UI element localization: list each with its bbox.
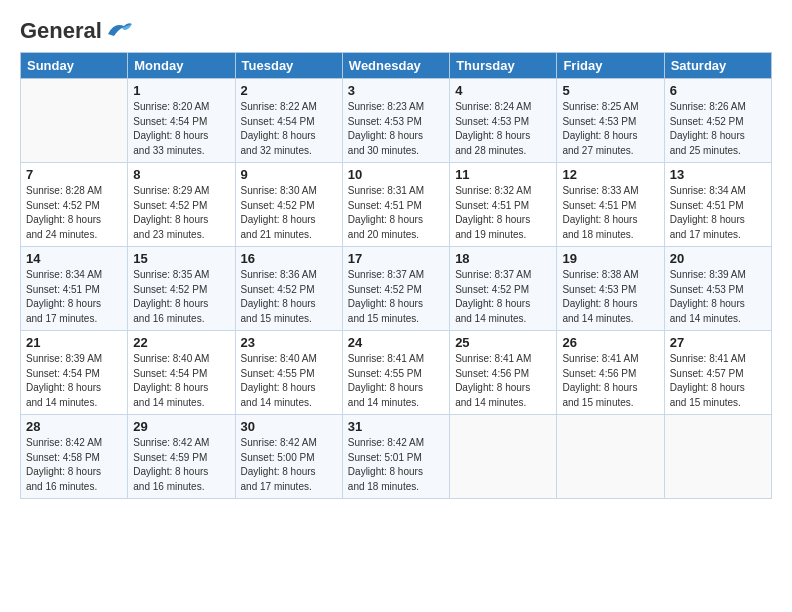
- day-detail: Sunrise: 8:42 AMSunset: 4:58 PMDaylight:…: [26, 436, 122, 494]
- day-header-friday: Friday: [557, 53, 664, 79]
- daylight-text-cont: and 15 minutes.: [241, 312, 337, 327]
- daylight-text-cont: and 17 minutes.: [26, 312, 122, 327]
- day-detail: Sunrise: 8:29 AMSunset: 4:52 PMDaylight:…: [133, 184, 229, 242]
- daylight-text: Daylight: 8 hours: [455, 297, 551, 312]
- day-detail: Sunrise: 8:39 AMSunset: 4:53 PMDaylight:…: [670, 268, 766, 326]
- daylight-text-cont: and 21 minutes.: [241, 228, 337, 243]
- sunrise-text: Sunrise: 8:31 AM: [348, 184, 444, 199]
- daylight-text: Daylight: 8 hours: [241, 213, 337, 228]
- calendar-cell: [21, 79, 128, 163]
- calendar-cell: 13Sunrise: 8:34 AMSunset: 4:51 PMDayligh…: [664, 163, 771, 247]
- sunrise-text: Sunrise: 8:37 AM: [348, 268, 444, 283]
- day-number: 15: [133, 251, 229, 266]
- day-detail: Sunrise: 8:34 AMSunset: 4:51 PMDaylight:…: [670, 184, 766, 242]
- day-number: 5: [562, 83, 658, 98]
- sunset-text: Sunset: 4:52 PM: [133, 283, 229, 298]
- calendar-cell: 12Sunrise: 8:33 AMSunset: 4:51 PMDayligh…: [557, 163, 664, 247]
- daylight-text-cont: and 18 minutes.: [562, 228, 658, 243]
- day-number: 26: [562, 335, 658, 350]
- daylight-text-cont: and 15 minutes.: [670, 396, 766, 411]
- daylight-text: Daylight: 8 hours: [26, 465, 122, 480]
- daylight-text-cont: and 15 minutes.: [562, 396, 658, 411]
- daylight-text: Daylight: 8 hours: [348, 465, 444, 480]
- sunrise-text: Sunrise: 8:23 AM: [348, 100, 444, 115]
- day-detail: Sunrise: 8:20 AMSunset: 4:54 PMDaylight:…: [133, 100, 229, 158]
- calendar-cell: 20Sunrise: 8:39 AMSunset: 4:53 PMDayligh…: [664, 247, 771, 331]
- day-number: 9: [241, 167, 337, 182]
- calendar-cell: 23Sunrise: 8:40 AMSunset: 4:55 PMDayligh…: [235, 331, 342, 415]
- day-header-monday: Monday: [128, 53, 235, 79]
- day-number: 31: [348, 419, 444, 434]
- logo-general-text: General: [20, 18, 102, 44]
- day-number: 1: [133, 83, 229, 98]
- day-detail: Sunrise: 8:30 AMSunset: 4:52 PMDaylight:…: [241, 184, 337, 242]
- daylight-text-cont: and 28 minutes.: [455, 144, 551, 159]
- daylight-text: Daylight: 8 hours: [241, 129, 337, 144]
- day-detail: Sunrise: 8:23 AMSunset: 4:53 PMDaylight:…: [348, 100, 444, 158]
- daylight-text: Daylight: 8 hours: [133, 213, 229, 228]
- daylight-text-cont: and 30 minutes.: [348, 144, 444, 159]
- daylight-text: Daylight: 8 hours: [241, 381, 337, 396]
- day-header-thursday: Thursday: [450, 53, 557, 79]
- daylight-text: Daylight: 8 hours: [133, 465, 229, 480]
- day-number: 21: [26, 335, 122, 350]
- daylight-text-cont: and 14 minutes.: [455, 396, 551, 411]
- daylight-text: Daylight: 8 hours: [562, 381, 658, 396]
- calendar-cell: 15Sunrise: 8:35 AMSunset: 4:52 PMDayligh…: [128, 247, 235, 331]
- daylight-text-cont: and 14 minutes.: [241, 396, 337, 411]
- sunset-text: Sunset: 5:01 PM: [348, 451, 444, 466]
- sunset-text: Sunset: 4:51 PM: [455, 199, 551, 214]
- week-row-1: 1Sunrise: 8:20 AMSunset: 4:54 PMDaylight…: [21, 79, 772, 163]
- sunset-text: Sunset: 4:54 PM: [133, 115, 229, 130]
- day-number: 16: [241, 251, 337, 266]
- day-detail: Sunrise: 8:38 AMSunset: 4:53 PMDaylight:…: [562, 268, 658, 326]
- daylight-text-cont: and 15 minutes.: [348, 312, 444, 327]
- day-number: 29: [133, 419, 229, 434]
- day-number: 19: [562, 251, 658, 266]
- daylight-text-cont: and 14 minutes.: [26, 396, 122, 411]
- sunrise-text: Sunrise: 8:39 AM: [670, 268, 766, 283]
- daylight-text-cont: and 16 minutes.: [26, 480, 122, 495]
- day-number: 23: [241, 335, 337, 350]
- day-number: 12: [562, 167, 658, 182]
- calendar-cell: 27Sunrise: 8:41 AMSunset: 4:57 PMDayligh…: [664, 331, 771, 415]
- calendar-cell: 1Sunrise: 8:20 AMSunset: 4:54 PMDaylight…: [128, 79, 235, 163]
- daylight-text: Daylight: 8 hours: [455, 213, 551, 228]
- day-detail: Sunrise: 8:39 AMSunset: 4:54 PMDaylight:…: [26, 352, 122, 410]
- sunrise-text: Sunrise: 8:29 AM: [133, 184, 229, 199]
- daylight-text-cont: and 27 minutes.: [562, 144, 658, 159]
- daylight-text-cont: and 32 minutes.: [241, 144, 337, 159]
- sunset-text: Sunset: 4:51 PM: [26, 283, 122, 298]
- page: General SundayMondayTuesdayWednesdayThur…: [0, 0, 792, 612]
- calendar-cell: 5Sunrise: 8:25 AMSunset: 4:53 PMDaylight…: [557, 79, 664, 163]
- day-detail: Sunrise: 8:32 AMSunset: 4:51 PMDaylight:…: [455, 184, 551, 242]
- calendar-table: SundayMondayTuesdayWednesdayThursdayFrid…: [20, 52, 772, 499]
- sunrise-text: Sunrise: 8:41 AM: [562, 352, 658, 367]
- daylight-text: Daylight: 8 hours: [241, 465, 337, 480]
- daylight-text: Daylight: 8 hours: [348, 213, 444, 228]
- sunset-text: Sunset: 4:52 PM: [455, 283, 551, 298]
- daylight-text-cont: and 25 minutes.: [670, 144, 766, 159]
- day-detail: Sunrise: 8:41 AMSunset: 4:56 PMDaylight:…: [455, 352, 551, 410]
- calendar-cell: 11Sunrise: 8:32 AMSunset: 4:51 PMDayligh…: [450, 163, 557, 247]
- week-row-5: 28Sunrise: 8:42 AMSunset: 4:58 PMDayligh…: [21, 415, 772, 499]
- sunrise-text: Sunrise: 8:34 AM: [670, 184, 766, 199]
- day-detail: Sunrise: 8:25 AMSunset: 4:53 PMDaylight:…: [562, 100, 658, 158]
- daylight-text-cont: and 14 minutes.: [348, 396, 444, 411]
- calendar-body: 1Sunrise: 8:20 AMSunset: 4:54 PMDaylight…: [21, 79, 772, 499]
- sunrise-text: Sunrise: 8:20 AM: [133, 100, 229, 115]
- calendar-cell: 7Sunrise: 8:28 AMSunset: 4:52 PMDaylight…: [21, 163, 128, 247]
- daylight-text: Daylight: 8 hours: [348, 129, 444, 144]
- day-number: 22: [133, 335, 229, 350]
- day-detail: Sunrise: 8:26 AMSunset: 4:52 PMDaylight:…: [670, 100, 766, 158]
- sunrise-text: Sunrise: 8:42 AM: [241, 436, 337, 451]
- sunrise-text: Sunrise: 8:36 AM: [241, 268, 337, 283]
- calendar-cell: 6Sunrise: 8:26 AMSunset: 4:52 PMDaylight…: [664, 79, 771, 163]
- calendar-cell: 9Sunrise: 8:30 AMSunset: 4:52 PMDaylight…: [235, 163, 342, 247]
- day-detail: Sunrise: 8:42 AMSunset: 5:00 PMDaylight:…: [241, 436, 337, 494]
- logo: General: [20, 18, 134, 42]
- daylight-text-cont: and 16 minutes.: [133, 480, 229, 495]
- daylight-text-cont: and 14 minutes.: [133, 396, 229, 411]
- sunset-text: Sunset: 4:52 PM: [670, 115, 766, 130]
- sunset-text: Sunset: 4:53 PM: [670, 283, 766, 298]
